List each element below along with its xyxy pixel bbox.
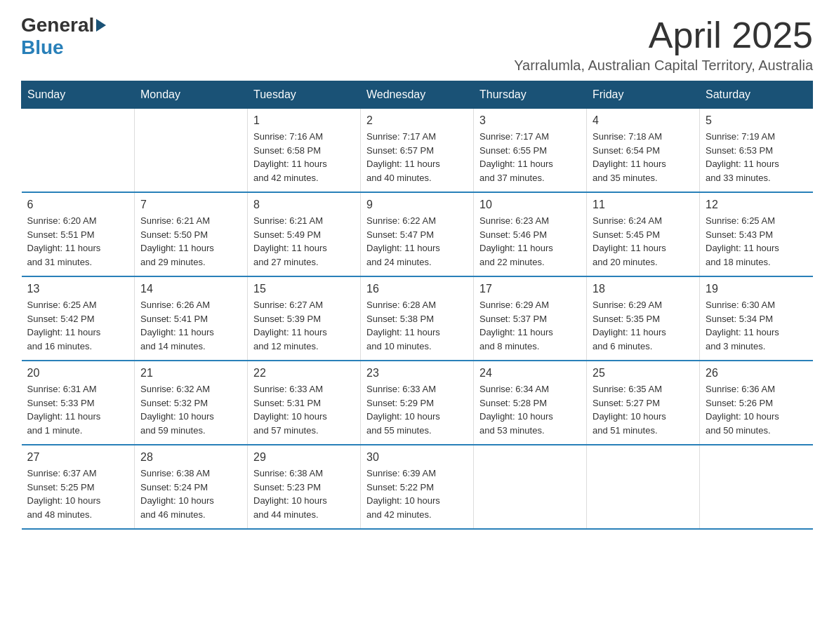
calendar-week-row: 6Sunrise: 6:20 AMSunset: 5:51 PMDaylight…	[22, 192, 813, 276]
day-info: Sunrise: 6:20 AMSunset: 5:51 PMDaylight:…	[27, 214, 129, 269]
calendar-cell: 14Sunrise: 6:26 AMSunset: 5:41 PMDayligh…	[135, 276, 248, 361]
day-number: 23	[366, 367, 468, 380]
day-info: Sunrise: 7:18 AMSunset: 6:54 PMDaylight:…	[593, 130, 694, 185]
day-number: 6	[27, 199, 129, 211]
day-number: 29	[253, 451, 355, 464]
calendar-cell	[135, 109, 248, 193]
day-number: 3	[479, 114, 581, 127]
day-info: Sunrise: 6:33 AMSunset: 5:29 PMDaylight:…	[366, 382, 468, 437]
weekday-header-saturday: Saturday	[700, 81, 813, 109]
day-info: Sunrise: 6:22 AMSunset: 5:47 PMDaylight:…	[366, 214, 468, 269]
title-section: April 2025 Yarralumla, Australian Capita…	[514, 14, 813, 74]
calendar-cell: 22Sunrise: 6:33 AMSunset: 5:31 PMDayligh…	[248, 361, 361, 445]
day-number: 16	[366, 283, 468, 295]
day-number: 1	[253, 114, 355, 127]
day-number: 25	[593, 367, 694, 380]
calendar-cell: 29Sunrise: 6:38 AMSunset: 5:23 PMDayligh…	[248, 445, 361, 529]
day-number: 20	[27, 367, 129, 380]
calendar-cell: 10Sunrise: 6:23 AMSunset: 5:46 PMDayligh…	[474, 192, 587, 276]
calendar-cell: 25Sunrise: 6:35 AMSunset: 5:27 PMDayligh…	[587, 361, 700, 445]
calendar-cell: 7Sunrise: 6:21 AMSunset: 5:50 PMDaylight…	[135, 192, 248, 276]
day-info: Sunrise: 7:16 AMSunset: 6:58 PMDaylight:…	[253, 130, 355, 185]
day-info: Sunrise: 6:38 AMSunset: 5:23 PMDaylight:…	[253, 467, 355, 521]
day-info: Sunrise: 6:29 AMSunset: 5:35 PMDaylight:…	[593, 298, 694, 353]
weekday-header-monday: Monday	[135, 81, 248, 109]
calendar-cell: 27Sunrise: 6:37 AMSunset: 5:25 PMDayligh…	[22, 445, 135, 529]
calendar-week-row: 27Sunrise: 6:37 AMSunset: 5:25 PMDayligh…	[22, 445, 813, 529]
calendar-cell: 12Sunrise: 6:25 AMSunset: 5:43 PMDayligh…	[700, 192, 813, 276]
day-info: Sunrise: 6:29 AMSunset: 5:37 PMDaylight:…	[479, 298, 581, 353]
day-number: 13	[27, 283, 129, 295]
logo-arrow-icon	[96, 19, 106, 32]
calendar-header-row: SundayMondayTuesdayWednesdayThursdayFrid…	[22, 81, 813, 109]
day-number: 30	[366, 451, 468, 464]
day-info: Sunrise: 6:24 AMSunset: 5:45 PMDaylight:…	[593, 214, 694, 269]
logo: General Blue	[21, 14, 106, 59]
day-info: Sunrise: 6:27 AMSunset: 5:39 PMDaylight:…	[253, 298, 355, 353]
calendar-week-row: 20Sunrise: 6:31 AMSunset: 5:33 PMDayligh…	[22, 361, 813, 445]
calendar-cell: 5Sunrise: 7:19 AMSunset: 6:53 PMDaylight…	[700, 109, 813, 193]
calendar-cell: 26Sunrise: 6:36 AMSunset: 5:26 PMDayligh…	[700, 361, 813, 445]
day-info: Sunrise: 6:25 AMSunset: 5:43 PMDaylight:…	[706, 214, 807, 269]
calendar-cell: 13Sunrise: 6:25 AMSunset: 5:42 PMDayligh…	[22, 276, 135, 361]
calendar-cell: 21Sunrise: 6:32 AMSunset: 5:32 PMDayligh…	[135, 361, 248, 445]
day-info: Sunrise: 6:28 AMSunset: 5:38 PMDaylight:…	[366, 298, 468, 353]
weekday-header-tuesday: Tuesday	[248, 81, 361, 109]
calendar-cell: 3Sunrise: 7:17 AMSunset: 6:55 PMDaylight…	[474, 109, 587, 193]
calendar-cell: 6Sunrise: 6:20 AMSunset: 5:51 PMDaylight…	[22, 192, 135, 276]
day-number: 8	[253, 199, 355, 211]
calendar-cell: 11Sunrise: 6:24 AMSunset: 5:45 PMDayligh…	[587, 192, 700, 276]
day-number: 5	[706, 114, 807, 127]
day-number: 28	[140, 451, 241, 464]
calendar-cell	[587, 445, 700, 529]
day-number: 17	[479, 283, 581, 295]
calendar-cell: 24Sunrise: 6:34 AMSunset: 5:28 PMDayligh…	[474, 361, 587, 445]
day-number: 24	[479, 367, 581, 380]
day-number: 2	[366, 114, 468, 127]
calendar-cell: 15Sunrise: 6:27 AMSunset: 5:39 PMDayligh…	[248, 276, 361, 361]
calendar-cell: 9Sunrise: 6:22 AMSunset: 5:47 PMDaylight…	[361, 192, 474, 276]
day-info: Sunrise: 6:26 AMSunset: 5:41 PMDaylight:…	[140, 298, 241, 353]
day-info: Sunrise: 6:25 AMSunset: 5:42 PMDaylight:…	[27, 298, 129, 353]
logo-general-text: General	[21, 14, 94, 36]
calendar-cell: 17Sunrise: 6:29 AMSunset: 5:37 PMDayligh…	[474, 276, 587, 361]
logo-blue-text: Blue	[21, 36, 64, 58]
day-info: Sunrise: 6:31 AMSunset: 5:33 PMDaylight:…	[27, 382, 129, 437]
day-info: Sunrise: 6:23 AMSunset: 5:46 PMDaylight:…	[479, 214, 581, 269]
day-info: Sunrise: 6:38 AMSunset: 5:24 PMDaylight:…	[140, 467, 241, 521]
day-number: 14	[140, 283, 241, 295]
day-info: Sunrise: 6:39 AMSunset: 5:22 PMDaylight:…	[366, 467, 468, 521]
calendar-table: SundayMondayTuesdayWednesdayThursdayFrid…	[21, 81, 813, 530]
calendar-cell: 30Sunrise: 6:39 AMSunset: 5:22 PMDayligh…	[361, 445, 474, 529]
day-number: 12	[706, 199, 807, 211]
location-title: Yarralumla, Australian Capital Territory…	[514, 58, 813, 74]
calendar-cell	[22, 109, 135, 193]
day-info: Sunrise: 6:21 AMSunset: 5:50 PMDaylight:…	[140, 214, 241, 269]
day-info: Sunrise: 7:17 AMSunset: 6:55 PMDaylight:…	[479, 130, 581, 185]
day-number: 18	[593, 283, 694, 295]
day-info: Sunrise: 6:32 AMSunset: 5:32 PMDaylight:…	[140, 382, 241, 437]
day-info: Sunrise: 6:35 AMSunset: 5:27 PMDaylight:…	[593, 382, 694, 437]
day-number: 19	[706, 283, 807, 295]
calendar-week-row: 13Sunrise: 6:25 AMSunset: 5:42 PMDayligh…	[22, 276, 813, 361]
day-number: 22	[253, 367, 355, 380]
weekday-header-thursday: Thursday	[474, 81, 587, 109]
day-info: Sunrise: 7:19 AMSunset: 6:53 PMDaylight:…	[706, 130, 807, 185]
calendar-cell: 19Sunrise: 6:30 AMSunset: 5:34 PMDayligh…	[700, 276, 813, 361]
day-info: Sunrise: 6:37 AMSunset: 5:25 PMDaylight:…	[27, 467, 129, 521]
calendar-cell: 4Sunrise: 7:18 AMSunset: 6:54 PMDaylight…	[587, 109, 700, 193]
day-info: Sunrise: 7:17 AMSunset: 6:57 PMDaylight:…	[366, 130, 468, 185]
day-number: 7	[140, 199, 241, 211]
day-info: Sunrise: 6:21 AMSunset: 5:49 PMDaylight:…	[253, 214, 355, 269]
day-info: Sunrise: 6:34 AMSunset: 5:28 PMDaylight:…	[479, 382, 581, 437]
calendar-cell	[700, 445, 813, 529]
day-number: 9	[366, 199, 468, 211]
calendar-cell	[474, 445, 587, 529]
weekday-header-sunday: Sunday	[22, 81, 135, 109]
calendar-cell: 2Sunrise: 7:17 AMSunset: 6:57 PMDaylight…	[361, 109, 474, 193]
day-number: 11	[593, 199, 694, 211]
day-info: Sunrise: 6:33 AMSunset: 5:31 PMDaylight:…	[253, 382, 355, 437]
calendar-cell: 28Sunrise: 6:38 AMSunset: 5:24 PMDayligh…	[135, 445, 248, 529]
calendar-week-row: 1Sunrise: 7:16 AMSunset: 6:58 PMDaylight…	[22, 109, 813, 193]
page-header: General Blue April 2025 Yarralumla, Aust…	[21, 14, 813, 74]
